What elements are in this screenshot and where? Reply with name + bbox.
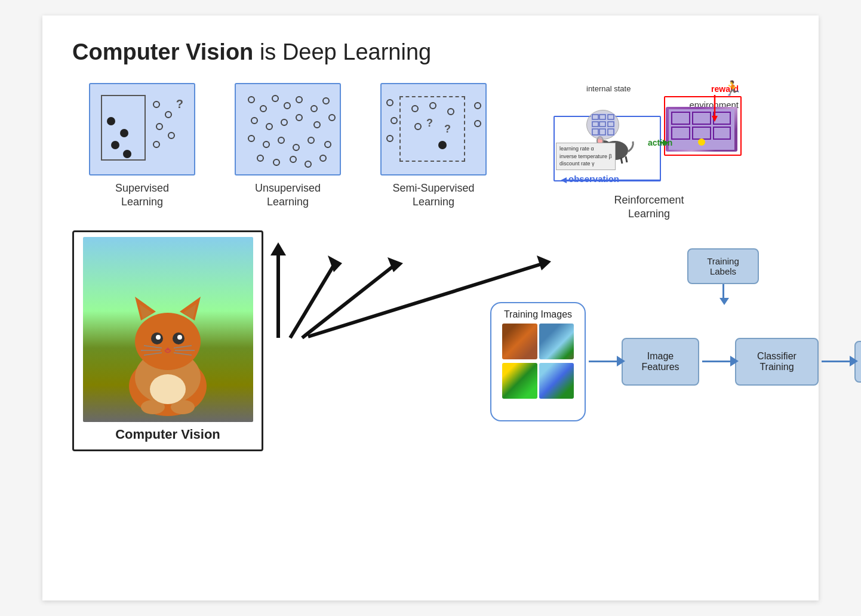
semi-supervised-learning-item: ? ? Semi-SupervisedLearning [364,83,503,210]
svg-point-7 [698,138,705,146]
title-rest: is Deep Learning [253,39,431,64]
big-arrows-svg [257,230,377,457]
observation-label: observation [568,174,619,184]
supervised-learning-item: ? SupervisedLearning [72,83,212,210]
svg-line-16 [621,158,622,164]
svg-marker-60 [388,257,403,272]
unsupervised-learning-item: UnsupervisedLearning [218,83,358,210]
cv-label: Computer Vision [115,427,220,442]
semi-supervised-diagram: ? ? [380,83,487,175]
img-cell-mountain [539,324,574,359]
slide: Computer Vision is Deep Learning ? [42,16,819,600]
training-labels-box: Training Labels [687,248,759,284]
svg-line-59 [302,265,395,338]
pipe-arrow-1 [589,361,619,362]
action-label: action [648,138,672,147]
labels-down-arrow [722,284,724,299]
supervised-label: SupervisedLearning [115,181,169,210]
thought-bubble [586,110,619,140]
unsupervised-diagram [235,83,341,175]
svg-point-54 [150,374,186,404]
rl-diagram: internal state reward environment [554,83,745,187]
classifier-training-label: Classifier Training [757,351,797,372]
img-cell-kitchen [502,324,537,359]
classifier-training-box: Classifier Training [735,338,819,386]
internal-state-label: internal state [586,84,631,93]
bottom-section: Computer Vision Training Labels [72,230,789,451]
svg-marker-58 [328,255,342,272]
training-images-box: Training Images [490,302,586,421]
svg-marker-56 [270,242,286,255]
training-images-label: Training Images [504,309,572,320]
image-features-label: Image Features [641,351,679,372]
image-grid [502,324,574,401]
reinforcement-learning-item: internal state reward environment [509,83,789,221]
pipe-arrow-2 [702,361,732,362]
svg-point-36 [135,313,201,370]
pipe-arrow-3 [822,361,851,362]
training-labels-area: Training Labels [687,248,861,299]
svg-line-57 [290,263,335,338]
params-box: learning rate α inverse temperature β di… [556,143,616,170]
training-labels-col: Training Labels [687,248,759,299]
svg-rect-18 [591,113,615,136]
title-bold: Computer Vision [72,39,253,64]
svg-line-17 [626,156,627,162]
semi-supervised-label: Semi-SupervisedLearning [392,181,474,210]
image-features-box: Image Features [622,338,699,386]
img-cell-nature [502,363,537,399]
cat-photo [83,237,253,422]
computer-vision-box: Computer Vision [72,230,263,451]
svg-point-44 [177,335,182,340]
svg-point-43 [156,335,161,340]
pipeline-row: Training Images Image Features [490,302,861,421]
supervised-diagram: ? [89,83,195,175]
reinforcement-label: ReinforcementLearning [614,193,684,221]
learning-types-row: ? SupervisedLearning [72,83,789,221]
pipeline-section: Training Labels Training Images [490,248,861,421]
slide-title: Computer Vision is Deep Learning [72,39,789,65]
unsupervised-label: UnsupervisedLearning [255,181,321,210]
runner-icon: 🏃 [724,80,742,97]
img-cell-landscape [539,363,574,399]
